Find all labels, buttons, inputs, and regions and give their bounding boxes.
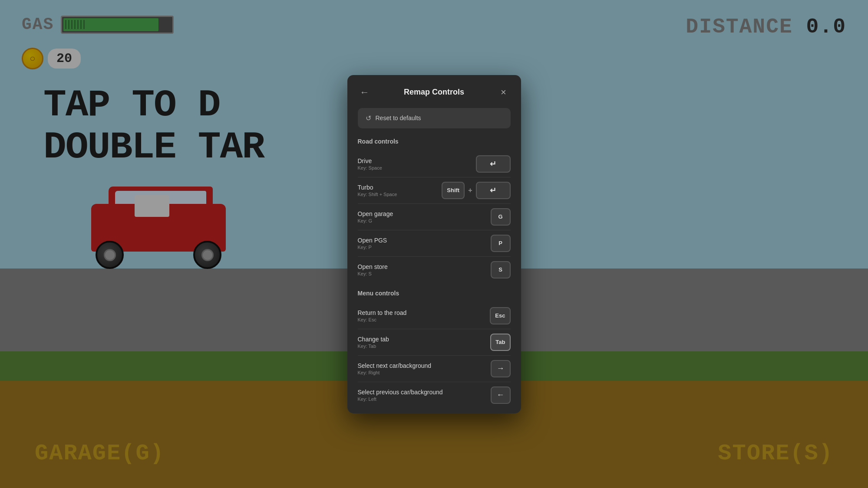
enter-icon-turbo: ↵ [490,186,496,195]
control-name-prev-car: Select previous car/background [358,389,443,396]
road-controls-section: Road controls Drive Key: Space ↵ Turbo K… [358,138,511,283]
control-keys-turbo: Shift + ↵ [442,182,510,199]
key-button-left[interactable]: ← [491,386,511,404]
control-name-open-garage: Open garage [358,210,393,217]
control-name-return-road: Return to the road [358,309,407,316]
key-button-s[interactable]: S [491,261,511,278]
key-button-g[interactable]: G [491,208,511,226]
control-name-open-pgs: Open PGS [358,237,387,244]
modal-header: ← Remap Controls × [358,85,511,99]
menu-controls-title: Menu controls [358,290,511,297]
control-key-return-road: Key: Esc [358,317,407,322]
key-button-esc[interactable]: Esc [490,307,510,324]
control-row-turbo: Turbo Key: Shift + Space Shift + ↵ [358,177,511,204]
control-keys-drive: ↵ [476,155,511,173]
remap-controls-modal: ← Remap Controls × ↺ Reset to defaults R… [347,75,521,413]
control-row-return-road: Return to the road Key: Esc Esc [358,303,511,329]
control-name-change-tab: Change tab [358,336,389,343]
menu-controls-section: Menu controls Return to the road Key: Es… [358,290,511,408]
control-row-open-store: Open store Key: S S [358,257,511,283]
modal-title: Remap Controls [372,88,497,97]
control-name-drive: Drive [358,157,382,164]
modal-overlay: ← Remap Controls × ↺ Reset to defaults R… [0,0,868,488]
control-name-open-store: Open store [358,263,388,270]
key-button-shift[interactable]: Shift [442,182,465,199]
control-keys-prev-car: ← [491,386,511,404]
control-row-change-tab: Change tab Key: Tab Tab [358,329,511,356]
control-keys-open-pgs: P [491,235,511,252]
control-row-open-garage: Open garage Key: G G [358,204,511,230]
control-key-next-car: Key: Right [358,370,432,375]
control-key-drive: Key: Space [358,165,382,170]
control-key-open-garage: Key: G [358,218,393,223]
control-row-drive: Drive Key: Space ↵ [358,151,511,177]
control-row-prev-car: Select previous car/background Key: Left… [358,382,511,408]
control-keys-open-garage: G [491,208,511,226]
right-arrow-icon: → [497,364,505,373]
road-controls-title: Road controls [358,138,511,145]
back-arrow-icon: ← [360,87,370,98]
control-key-prev-car: Key: Left [358,396,443,402]
key-button-space-turbo[interactable]: ↵ [476,182,511,199]
key-button-right[interactable]: → [491,360,511,377]
key-button-space[interactable]: ↵ [476,155,511,173]
reset-label: Reset to defaults [376,115,421,121]
control-key-turbo: Key: Shift + Space [358,192,397,197]
control-keys-open-store: S [491,261,511,278]
enter-icon: ↵ [490,159,496,169]
control-name-turbo: Turbo [358,184,397,191]
left-arrow-icon: ← [497,390,505,400]
key-button-tab[interactable]: Tab [490,334,510,351]
control-keys-return-road: Esc [490,307,510,324]
reset-icon: ↺ [366,114,371,122]
plus-icon: + [468,187,472,194]
key-button-p[interactable]: P [491,235,511,252]
control-row-next-car: Select next car/background Key: Right → [358,356,511,382]
control-key-open-store: Key: S [358,271,388,276]
control-keys-change-tab: Tab [490,334,510,351]
control-key-open-pgs: Key: P [358,245,387,250]
control-row-open-pgs: Open PGS Key: P P [358,230,511,257]
control-key-change-tab: Key: Tab [358,344,389,349]
reset-defaults-button[interactable]: ↺ Reset to defaults [358,108,511,128]
control-keys-next-car: → [491,360,511,377]
close-icon: × [501,87,506,98]
control-name-next-car: Select next car/background [358,362,432,369]
modal-close-button[interactable]: × [497,85,511,99]
modal-back-button[interactable]: ← [358,85,372,99]
